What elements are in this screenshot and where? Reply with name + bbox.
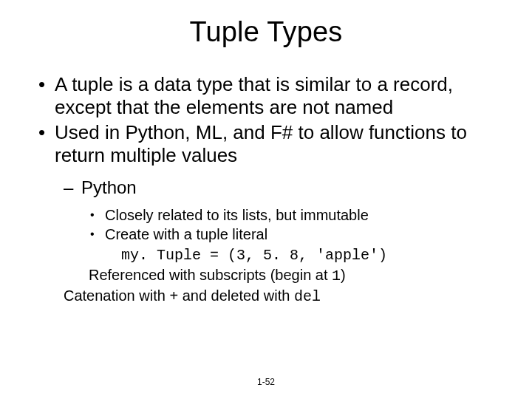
bullet-text: A tuple is a data type that is similar t… (55, 73, 453, 118)
slide: Tuple Types A tuple is a data type that … (0, 0, 532, 399)
bullet-item: A tuple is a data type that is similar t… (37, 73, 495, 118)
text-line: Referenced with subscripts (begin at 1) (89, 265, 495, 286)
slide-title: Tuple Types (0, 0, 532, 48)
slide-body: A tuple is a data type that is similar t… (0, 48, 532, 307)
text: Catenation with + and deleted with (64, 287, 294, 304)
bullet-text: Create with a tuple literal (105, 226, 267, 242)
code-line: my. Tuple = (3, 5. 8, 'apple') (89, 245, 495, 265)
code-text: del (294, 288, 321, 305)
bullet-item: Closely related to its lists, but immuta… (89, 207, 495, 225)
bullet-list-lvl3: Closely related to its lists, but immuta… (89, 207, 495, 243)
code-text: my. Tuple = (3, 5. 8, 'apple') (121, 247, 387, 264)
bullet-item: Create with a tuple literal (89, 226, 495, 244)
text-line: Catenation with + and deleted with del (64, 286, 495, 307)
plain-lines: my. Tuple = (3, 5. 8, 'apple') Reference… (89, 245, 495, 307)
slide-number: 1-52 (0, 377, 532, 387)
code-text: 1 (332, 267, 341, 284)
bullet-text: Used in Python, ML, and F# to allow func… (55, 121, 467, 166)
bullet-text: Closely related to its lists, but immuta… (105, 207, 369, 223)
bullet-item: Python Closely related to its lists, but… (61, 177, 495, 307)
bullet-item: Used in Python, ML, and F# to allow func… (37, 121, 495, 307)
text: Referenced with subscripts (begin at (89, 267, 332, 283)
bullet-list-lvl1: A tuple is a data type that is similar t… (37, 73, 495, 307)
text: ) (341, 267, 346, 283)
bullet-text: Python (81, 177, 137, 197)
bullet-list-lvl2: Python Closely related to its lists, but… (61, 177, 495, 307)
